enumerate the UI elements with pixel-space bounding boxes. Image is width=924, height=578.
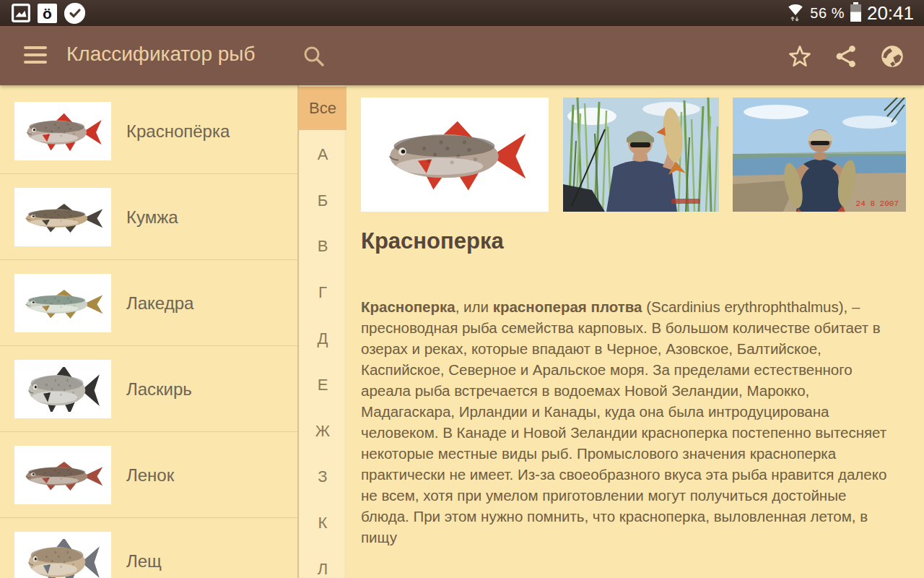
- gallery-icon: [12, 4, 30, 22]
- fish-image: [20, 367, 105, 412]
- fish-image: [20, 195, 105, 240]
- alphabet-index-letter[interactable]: Б: [299, 191, 346, 211]
- fish-image: [20, 281, 105, 326]
- list-item[interactable]: Краснопёрка: [0, 88, 297, 174]
- fish-image: [20, 109, 105, 154]
- star-icon[interactable]: [788, 44, 812, 69]
- fish-thumbnail: [14, 532, 111, 578]
- alphabet-index-letter[interactable]: Ж: [299, 421, 346, 441]
- date-stamp-blurred: [671, 199, 700, 204]
- fish-list: Краснопёрка Кумжа: [0, 85, 298, 578]
- check-circle-icon: [64, 3, 85, 24]
- article-text-segment: красноперая плотва: [493, 298, 642, 315]
- notification-area: ö: [12, 0, 85, 26]
- date-stamp: 24 8 2007: [856, 199, 899, 208]
- clock-label: 20:41: [867, 2, 914, 25]
- fish-thumbnail: [14, 102, 111, 160]
- page-title: Классификатор рыб: [66, 43, 256, 66]
- search-icon[interactable]: [302, 44, 326, 69]
- fish-thumbnail: [14, 360, 111, 418]
- fish-thumbnail: [14, 446, 111, 504]
- list-item[interactable]: Ленок: [0, 432, 297, 518]
- battery-icon: [850, 2, 862, 25]
- alphabet-index: ВсеАБВГДЕЖЗКЛ: [298, 85, 346, 578]
- system-status-area: 56 % 20:41: [786, 0, 914, 26]
- list-item[interactable]: Лещ: [0, 518, 297, 578]
- list-item[interactable]: Кумжа: [0, 174, 297, 260]
- alphabet-index-letter[interactable]: А: [299, 144, 346, 165]
- alphabet-index-letter[interactable]: З: [299, 467, 346, 487]
- article-text-segment: (Scardinius erythrophthalmus), – преснов…: [361, 298, 886, 545]
- content-area: Краснопёрка Кумжа: [0, 85, 924, 578]
- alphabet-index-letter[interactable]: Д: [299, 329, 346, 349]
- fish-name-label: Краснопёрка: [126, 88, 230, 174]
- fish-thumbnail: [14, 188, 111, 246]
- article-title: Красноперка: [361, 228, 504, 254]
- alphabet-index-letter[interactable]: В: [299, 236, 346, 256]
- o-letter-icon: ö: [38, 4, 57, 23]
- status-bar: ö 56 %: [0, 0, 924, 26]
- fish-image: [378, 111, 533, 198]
- fish-image: [20, 453, 105, 498]
- app-bar: Классификатор рыб: [0, 26, 924, 85]
- list-item[interactable]: Лакедра: [0, 260, 297, 346]
- app-screen: ö 56 %: [0, 0, 924, 578]
- fish-name-label: Лакедра: [126, 260, 193, 346]
- fisherman-with-catch-photo[interactable]: [563, 98, 719, 212]
- article-text-segment: , или: [456, 298, 493, 315]
- list-item[interactable]: Ласкирь: [0, 346, 297, 432]
- fish-name-label: Кумжа: [126, 174, 178, 260]
- battery-percent-label: 56 %: [810, 5, 845, 22]
- alphabet-index-letter[interactable]: Г: [299, 282, 346, 303]
- globe-icon[interactable]: [880, 44, 905, 69]
- wifi-icon: [786, 1, 805, 25]
- fish-image: [20, 539, 105, 578]
- fish-name-label: Ласкирь: [126, 346, 192, 432]
- alphabet-index-letter[interactable]: Л: [299, 559, 346, 578]
- alphabet-index-letter[interactable]: Все: [299, 87, 346, 130]
- alphabet-index-letter[interactable]: Е: [299, 375, 346, 395]
- share-icon[interactable]: [834, 44, 858, 69]
- alphabet-index-letter[interactable]: К: [299, 513, 346, 533]
- fish-thumbnail: [14, 274, 111, 332]
- fish-name-label: Ленок: [126, 432, 174, 518]
- article-body-text: Красноперка, или красноперая плотва (Sca…: [361, 296, 895, 548]
- article-text-segment: Красноперка: [361, 298, 456, 315]
- menu-icon[interactable]: [24, 46, 47, 65]
- fisherman-two-fish-photo[interactable]: 24 8 2007: [733, 98, 906, 212]
- fish-name-label: Лещ: [126, 518, 162, 578]
- rudd-fish-photo[interactable]: [361, 98, 549, 212]
- article-panel: 24 8 2007 Красноперка Красноперка, или к…: [346, 85, 924, 578]
